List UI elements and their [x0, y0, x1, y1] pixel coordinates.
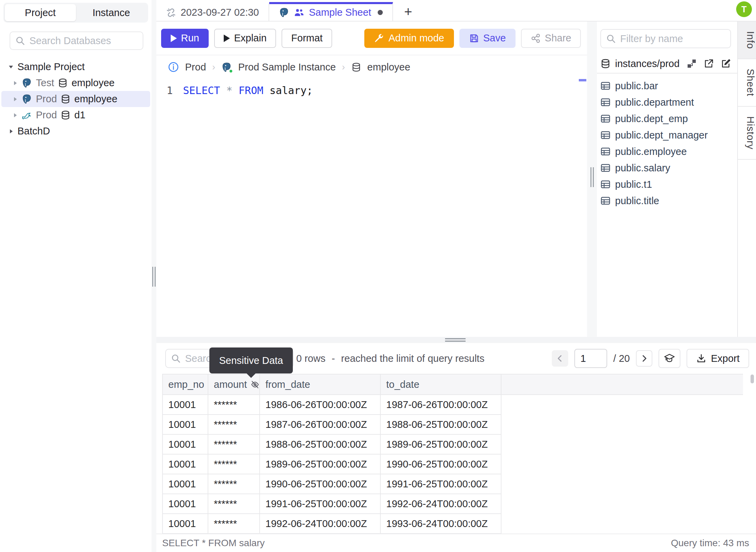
schema-diagram-icon[interactable]	[687, 58, 697, 69]
run-label: Run	[181, 32, 199, 44]
table-icon	[600, 130, 611, 140]
results-status-bar: SELECT * FROM salary Query time: 43 ms	[156, 534, 756, 552]
table-list-item[interactable]: public.dept_emp	[597, 110, 737, 127]
save-label: Save	[483, 32, 506, 44]
tab-unsaved-sheet[interactable]: 2023-09-27 02:30	[156, 2, 269, 21]
database-search[interactable]	[10, 31, 143, 50]
schema-panel: instances/prod public.bar public.departm…	[597, 22, 737, 337]
page-total: / 20	[613, 353, 630, 364]
table-row[interactable]: 10001******1992-06-24T00:00:00Z1993-06-2…	[163, 514, 743, 534]
format-label: Format	[291, 32, 323, 44]
graduation-cap-icon	[664, 353, 675, 364]
table-list-item[interactable]: public.bar	[597, 78, 737, 94]
tab-project[interactable]: Project	[5, 4, 76, 21]
export-label: Export	[711, 353, 740, 364]
environment-label: Prod	[36, 109, 57, 121]
table-list-item[interactable]: public.title	[597, 193, 737, 209]
tab-history[interactable]: History	[738, 107, 756, 160]
editor-panel-resize-handle[interactable]	[587, 22, 597, 337]
tab-sample-sheet[interactable]: Sample Sheet	[269, 2, 393, 21]
caret-right-icon	[12, 80, 18, 86]
sql-statement: SELECT * FROM salary;	[183, 83, 313, 98]
column-header-from-date[interactable]: from_date	[260, 374, 381, 394]
tab-instance[interactable]: Instance	[76, 4, 147, 21]
table-icon	[600, 196, 611, 206]
new-tab-button[interactable]: +	[401, 4, 416, 19]
avatar[interactable]: T	[736, 1, 752, 17]
save-icon	[469, 33, 479, 43]
tab-label: Sample Sheet	[309, 7, 371, 18]
page-number-input[interactable]	[574, 349, 607, 368]
sql-toolbar: Run Explain Format Admin mode Save Share	[156, 22, 587, 55]
next-page-button[interactable]	[636, 350, 652, 367]
environment-label: Prod	[36, 93, 57, 105]
run-button[interactable]: Run	[161, 29, 209, 48]
tree-item-prod-employee[interactable]: Prod employee	[1, 91, 150, 107]
column-header-filler	[501, 374, 743, 394]
line-number: 1	[156, 83, 183, 98]
filter-by-name-input[interactable]	[620, 33, 726, 44]
summary-separator: -	[331, 353, 335, 364]
table-row[interactable]: 10001******1991-06-25T00:00:00Z1992-06-2…	[163, 494, 743, 514]
tooltip-label: Sensitive Data	[219, 355, 283, 366]
database-icon	[61, 94, 70, 104]
breadcrumb-instance[interactable]: Prod Sample Instance	[238, 62, 336, 73]
graduation-cap-button[interactable]	[659, 349, 680, 368]
postgresql-icon	[22, 78, 32, 88]
database-icon	[58, 78, 68, 88]
tree-item-batchd[interactable]: BatchD	[0, 123, 152, 139]
tab-label: 2023-09-27 02:30	[181, 7, 259, 18]
table-row[interactable]: 10001******1987-06-26T00:00:00Z1988-06-2…	[163, 415, 743, 435]
search-icon	[15, 36, 25, 46]
tree-item-test-employee[interactable]: Test employee	[0, 75, 152, 91]
column-header-to-date[interactable]: to_date	[381, 374, 501, 394]
external-link-icon[interactable]	[704, 58, 714, 69]
editor-overview-ruler-mark	[579, 79, 586, 81]
sensitive-data-tooltip: Sensitive Data	[209, 347, 293, 373]
table-row[interactable]: 10001******1990-06-25T00:00:00Z1991-06-2…	[163, 474, 743, 494]
breadcrumb-database[interactable]: employee	[367, 62, 410, 73]
play-icon	[224, 35, 230, 42]
column-header-emp-no[interactable]: emp_no	[163, 374, 208, 394]
search-databases-input[interactable]	[29, 35, 138, 47]
table-list-item[interactable]: public.employee	[597, 143, 737, 160]
search-icon	[171, 353, 181, 364]
sidebar-resize-handle[interactable]	[152, 0, 156, 552]
left-sidebar: Project Instance Sample Project Test emp…	[0, 0, 152, 552]
export-button[interactable]: Export	[687, 349, 749, 368]
results-scrollbar-thumb[interactable]	[751, 374, 754, 383]
info-icon[interactable]	[168, 62, 179, 73]
admin-mode-button[interactable]: Admin mode	[364, 29, 454, 48]
tree-item-sample-project[interactable]: Sample Project	[0, 59, 152, 75]
table-list-item[interactable]: public.t1	[597, 176, 737, 193]
table-list-item[interactable]: public.salary	[597, 160, 737, 176]
connection-source-row: instances/prod	[597, 54, 737, 74]
table-list-item[interactable]: public.department	[597, 94, 737, 110]
sql-code-editor[interactable]: 1 SELECT * FROM salary;	[156, 78, 587, 337]
breadcrumb: Prod › Prod Sample Instance › employee	[156, 56, 587, 78]
breadcrumb-environment[interactable]: Prod	[185, 62, 206, 73]
mysql-icon	[22, 110, 32, 120]
caret-right-icon	[12, 96, 18, 102]
prev-page-button[interactable]	[552, 350, 568, 367]
table-row[interactable]: 10001******1988-06-25T00:00:00Z1989-06-2…	[163, 435, 743, 455]
edit-icon[interactable]	[721, 58, 731, 69]
share-button[interactable]: Share	[521, 29, 581, 48]
tree-item-prod-d1[interactable]: Prod d1	[0, 107, 152, 123]
results-resize-handle[interactable]	[156, 337, 756, 343]
table-list-item[interactable]: public.dept_manager	[597, 127, 737, 143]
limit-note: reached the limit of query results	[341, 353, 484, 364]
table-icon	[600, 146, 611, 157]
format-button[interactable]: Format	[282, 29, 332, 48]
tab-sheet[interactable]: Sheet	[738, 59, 756, 107]
tab-info[interactable]: Info	[738, 22, 756, 59]
table-list: public.bar public.department public.dept…	[597, 74, 737, 209]
table-filter[interactable]	[600, 29, 731, 48]
save-button[interactable]: Save	[459, 29, 516, 48]
explain-button[interactable]: Explain	[214, 29, 276, 48]
table-row[interactable]: 10001******1986-06-26T00:00:00Z1987-06-2…	[163, 395, 743, 415]
table-row[interactable]: 10001******1989-06-25T00:00:00Z1990-06-2…	[163, 455, 743, 474]
caret-right-icon	[12, 112, 18, 118]
database-label: employee	[71, 77, 115, 89]
rows-summary: 0 rows - reached the limit of query resu…	[296, 353, 484, 364]
